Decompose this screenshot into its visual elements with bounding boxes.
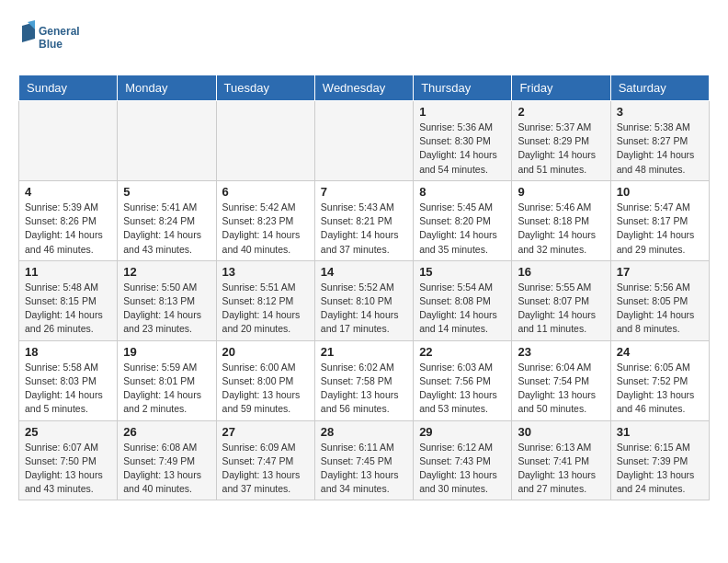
day-info: Sunrise: 5:55 AM Sunset: 8:07 PM Dayligh… [518,281,604,337]
day-number: 20 [222,345,309,359]
calendar-cell: 8Sunrise: 5:45 AM Sunset: 8:20 PM Daylig… [414,180,512,260]
calendar-cell: 2Sunrise: 5:37 AM Sunset: 8:29 PM Daylig… [512,101,610,181]
day-number: 15 [419,265,506,279]
weekday-header-thursday: Thursday [414,75,512,101]
day-info: Sunrise: 6:04 AM Sunset: 7:54 PM Dayligh… [518,361,604,417]
day-number: 16 [518,265,604,279]
day-info: Sunrise: 6:12 AM Sunset: 7:43 PM Dayligh… [419,441,506,497]
day-info: Sunrise: 5:41 AM Sunset: 8:24 PM Dayligh… [123,201,210,257]
day-info: Sunrise: 6:13 AM Sunset: 7:41 PM Dayligh… [518,441,604,497]
calendar-cell: 6Sunrise: 5:42 AM Sunset: 8:23 PM Daylig… [216,180,314,260]
svg-text:Blue: Blue [39,38,63,51]
calendar-cell: 4Sunrise: 5:39 AM Sunset: 8:26 PM Daylig… [19,180,118,260]
day-info: Sunrise: 6:15 AM Sunset: 7:39 PM Dayligh… [617,441,703,497]
calendar-cell: 24Sunrise: 6:05 AM Sunset: 7:52 PM Dayli… [610,340,709,420]
day-info: Sunrise: 6:02 AM Sunset: 7:58 PM Dayligh… [321,361,407,417]
day-number: 26 [123,425,210,439]
calendar-week-1: 1Sunrise: 5:36 AM Sunset: 8:30 PM Daylig… [19,101,710,181]
weekday-header-friday: Friday [512,75,610,101]
day-number: 7 [321,185,407,199]
day-number: 25 [25,425,111,439]
calendar-cell: 3Sunrise: 5:38 AM Sunset: 8:27 PM Daylig… [610,101,709,181]
day-info: Sunrise: 6:09 AM Sunset: 7:47 PM Dayligh… [222,441,309,497]
calendar-cell: 27Sunrise: 6:09 AM Sunset: 7:47 PM Dayli… [216,420,314,500]
day-info: Sunrise: 5:36 AM Sunset: 8:30 PM Dayligh… [419,121,506,177]
calendar-cell: 15Sunrise: 5:54 AM Sunset: 8:08 PM Dayli… [414,260,512,340]
day-number: 18 [25,345,111,359]
day-number: 5 [123,185,210,199]
page-header: General Blue [18,18,710,60]
calendar-cell [118,101,216,181]
day-number: 28 [321,425,407,439]
day-info: Sunrise: 5:46 AM Sunset: 8:18 PM Dayligh… [518,201,604,257]
day-info: Sunrise: 5:37 AM Sunset: 8:29 PM Dayligh… [518,121,604,177]
day-number: 24 [617,345,703,359]
day-number: 6 [222,185,309,199]
day-number: 12 [123,265,210,279]
day-number: 11 [25,265,111,279]
calendar-cell: 31Sunrise: 6:15 AM Sunset: 7:39 PM Dayli… [610,420,709,500]
calendar-table: SundayMondayTuesdayWednesdayThursdayFrid… [18,75,710,500]
day-number: 14 [321,265,407,279]
calendar-cell: 7Sunrise: 5:43 AM Sunset: 8:21 PM Daylig… [314,180,413,260]
calendar-cell: 9Sunrise: 5:46 AM Sunset: 8:18 PM Daylig… [512,180,610,260]
calendar-week-3: 11Sunrise: 5:48 AM Sunset: 8:15 PM Dayli… [19,260,710,340]
day-number: 9 [518,185,604,199]
day-info: Sunrise: 5:39 AM Sunset: 8:26 PM Dayligh… [25,201,111,257]
calendar-cell: 28Sunrise: 6:11 AM Sunset: 7:45 PM Dayli… [314,420,413,500]
day-number: 13 [222,265,309,279]
calendar-cell [314,101,413,181]
calendar-cell: 11Sunrise: 5:48 AM Sunset: 8:15 PM Dayli… [19,260,118,340]
calendar-cell: 5Sunrise: 5:41 AM Sunset: 8:24 PM Daylig… [118,180,216,260]
day-info: Sunrise: 5:56 AM Sunset: 8:05 PM Dayligh… [617,281,703,337]
day-info: Sunrise: 6:03 AM Sunset: 7:56 PM Dayligh… [419,361,506,417]
day-number: 19 [123,345,210,359]
day-number: 30 [518,425,604,439]
calendar-cell: 29Sunrise: 6:12 AM Sunset: 7:43 PM Dayli… [414,420,512,500]
weekday-header-monday: Monday [118,75,216,101]
calendar-week-4: 18Sunrise: 5:58 AM Sunset: 8:03 PM Dayli… [19,340,710,420]
weekday-header-wednesday: Wednesday [314,75,413,101]
calendar-cell: 30Sunrise: 6:13 AM Sunset: 7:41 PM Dayli… [512,420,610,500]
day-number: 21 [321,345,407,359]
svg-text:General: General [39,25,80,38]
day-info: Sunrise: 5:54 AM Sunset: 8:08 PM Dayligh… [419,281,506,337]
day-number: 8 [419,185,506,199]
calendar-cell: 13Sunrise: 5:51 AM Sunset: 8:12 PM Dayli… [216,260,314,340]
calendar-week-2: 4Sunrise: 5:39 AM Sunset: 8:26 PM Daylig… [19,180,710,260]
calendar-cell: 17Sunrise: 5:56 AM Sunset: 8:05 PM Dayli… [610,260,709,340]
day-info: Sunrise: 5:51 AM Sunset: 8:12 PM Dayligh… [222,281,309,337]
calendar-cell: 18Sunrise: 5:58 AM Sunset: 8:03 PM Dayli… [19,340,118,420]
day-info: Sunrise: 5:50 AM Sunset: 8:13 PM Dayligh… [123,281,210,337]
calendar-cell: 16Sunrise: 5:55 AM Sunset: 8:07 PM Dayli… [512,260,610,340]
calendar-cell: 20Sunrise: 6:00 AM Sunset: 8:00 PM Dayli… [216,340,314,420]
calendar-cell: 26Sunrise: 6:08 AM Sunset: 7:49 PM Dayli… [118,420,216,500]
weekday-header-sunday: Sunday [19,75,118,101]
day-info: Sunrise: 5:52 AM Sunset: 8:10 PM Dayligh… [321,281,407,337]
day-info: Sunrise: 6:07 AM Sunset: 7:50 PM Dayligh… [25,441,111,497]
day-number: 23 [518,345,604,359]
day-info: Sunrise: 6:08 AM Sunset: 7:49 PM Dayligh… [123,441,210,497]
calendar-week-5: 25Sunrise: 6:07 AM Sunset: 7:50 PM Dayli… [19,420,710,500]
calendar-cell: 10Sunrise: 5:47 AM Sunset: 8:17 PM Dayli… [610,180,709,260]
day-info: Sunrise: 5:38 AM Sunset: 8:27 PM Dayligh… [617,121,703,177]
day-number: 29 [419,425,506,439]
day-number: 1 [419,105,506,119]
day-number: 10 [617,185,703,199]
day-info: Sunrise: 5:58 AM Sunset: 8:03 PM Dayligh… [25,361,111,417]
weekday-header-row: SundayMondayTuesdayWednesdayThursdayFrid… [19,75,710,101]
calendar-cell: 23Sunrise: 6:04 AM Sunset: 7:54 PM Dayli… [512,340,610,420]
day-info: Sunrise: 5:45 AM Sunset: 8:20 PM Dayligh… [419,201,506,257]
logo: General Blue [18,18,92,60]
calendar-cell [216,101,314,181]
day-info: Sunrise: 6:11 AM Sunset: 7:45 PM Dayligh… [321,441,407,497]
calendar-cell: 14Sunrise: 5:52 AM Sunset: 8:10 PM Dayli… [314,260,413,340]
day-info: Sunrise: 5:43 AM Sunset: 8:21 PM Dayligh… [321,201,407,257]
day-number: 2 [518,105,604,119]
calendar-cell: 21Sunrise: 6:02 AM Sunset: 7:58 PM Dayli… [314,340,413,420]
calendar-cell [19,101,118,181]
day-info: Sunrise: 5:48 AM Sunset: 8:15 PM Dayligh… [25,281,111,337]
weekday-header-tuesday: Tuesday [216,75,314,101]
day-number: 17 [617,265,703,279]
calendar-cell: 22Sunrise: 6:03 AM Sunset: 7:56 PM Dayli… [414,340,512,420]
